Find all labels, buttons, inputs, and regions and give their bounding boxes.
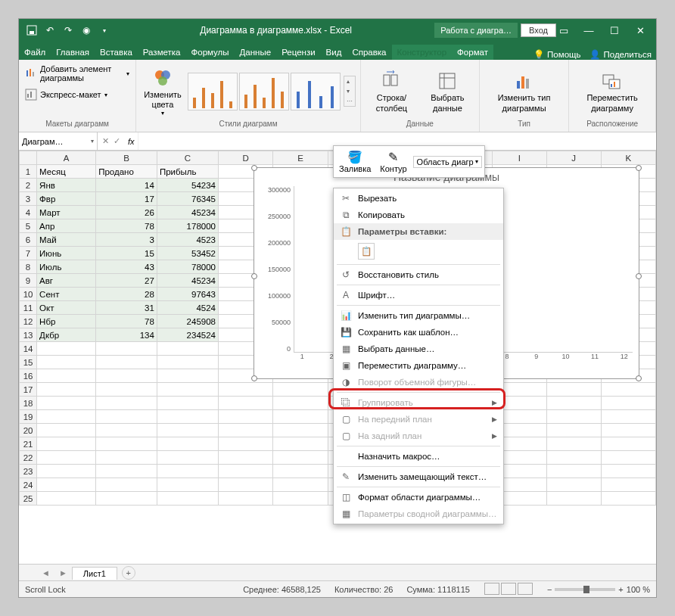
zoom-out-icon[interactable]: − (547, 585, 552, 594)
tab-home[interactable]: Главная (51, 45, 95, 60)
add-chart-element-button[interactable]: Добавить элемент диаграммы▾ (23, 63, 131, 84)
group-label-layouts: Макеты диаграмм (23, 120, 131, 130)
maximize-button[interactable]: ☐ (602, 19, 627, 42)
tab-formulas[interactable]: Формулы (186, 45, 235, 60)
menu-bring-front: ▢На передний план▶ (334, 411, 503, 428)
select-data-button[interactable]: Выбрать данные (421, 67, 474, 114)
cancel-icon[interactable]: ✕ (102, 136, 109, 146)
sheet-tab[interactable]: Лист1 (72, 567, 117, 580)
bulb-icon: 💡 (533, 49, 544, 60)
group-label-data: Данные (365, 120, 474, 130)
change-chart-type-button[interactable]: Изменить тип диаграммы (484, 67, 564, 114)
style-thumb[interactable] (239, 73, 289, 110)
gallery-up-icon[interactable]: ▴ (344, 76, 355, 86)
style-thumb[interactable] (188, 73, 238, 110)
quick-layout-icon (25, 89, 37, 101)
enter-icon[interactable]: ✓ (114, 136, 120, 146)
tab-layout[interactable]: Разметка (138, 45, 186, 60)
move-chart-ribbon-button[interactable]: Переместить диаграмму (574, 67, 651, 114)
sheet-nav-prev-icon[interactable]: ◄ (37, 568, 54, 577)
menu-group: ⿻Группировать▶ (334, 394, 503, 411)
fx-icon[interactable]: fx (125, 137, 138, 146)
menu-cut[interactable]: ✂Вырезать (334, 190, 503, 207)
menu-select-data[interactable]: ▦Выбрать данные… (334, 341, 503, 357)
cut-icon: ✂ (340, 192, 352, 204)
chart-context-label: Работа с диагра… (434, 23, 518, 38)
menu-paste-header: 📋Параметры вставки: (334, 223, 503, 240)
context-menu: ✂Вырезать ⧉Копировать 📋Параметры вставки… (333, 188, 504, 524)
tab-insert[interactable]: Вставка (95, 45, 138, 60)
group-label-styles: Стили диаграмм (141, 120, 356, 130)
quick-layout-button[interactable]: Экспресс-макет▾ (23, 87, 109, 102)
menu-pivot-options: ▦Параметры сводной диаграммы… (334, 506, 503, 522)
redo-icon[interactable]: ↷ (60, 22, 76, 39)
ribbon-options-icon[interactable]: ▭ (559, 25, 568, 36)
login-button[interactable]: Вход (521, 23, 556, 37)
chart-area-combo[interactable]: Область диагр▾ (413, 156, 482, 168)
fill-button[interactable]: 🪣Заливка (336, 148, 374, 175)
tab-format[interactable]: Формат (452, 45, 493, 60)
chart-y-axis: 300000250000200000150000100000500000 (260, 186, 294, 353)
group-icon: ⿻ (340, 397, 352, 409)
zoom-in-icon[interactable]: + (618, 585, 623, 594)
menu-move-chart[interactable]: ▣Переместить диаграмму… (334, 357, 503, 374)
menu-reset-style[interactable]: ↺Восстановить стиль (334, 266, 503, 283)
front-icon: ▢ (340, 413, 352, 425)
reset-icon: ↺ (340, 269, 352, 281)
chart-type-icon: 📊 (340, 310, 352, 322)
sheet-nav-next-icon[interactable]: ► (54, 568, 72, 577)
gallery-down-icon[interactable]: ▾ (344, 86, 355, 96)
add-sheet-button[interactable]: + (122, 566, 135, 580)
svg-rect-4 (33, 72, 34, 76)
qat-dropdown-icon[interactable]: ▾ (96, 22, 113, 39)
svg-point-10 (158, 76, 167, 86)
change-colors-button[interactable]: Изменить цвета▾ (141, 64, 185, 119)
menu-font[interactable]: AШрифт… (334, 287, 503, 303)
copy-icon: ⧉ (340, 209, 352, 221)
switch-rowcol-button[interactable]: Строка/ столбец (365, 67, 418, 114)
camera-icon[interactable]: ◉ (78, 22, 95, 39)
scroll-lock-indicator: Scroll Lock (25, 585, 66, 594)
zoom-slider[interactable] (555, 588, 615, 591)
tab-file[interactable]: Файл (19, 45, 51, 60)
move-chart-icon (600, 69, 624, 93)
paste-option-icon[interactable]: 📋 (358, 243, 375, 260)
fill-icon: 🪣 (347, 150, 362, 164)
status-average: Среднее: 46588,125 (243, 585, 321, 594)
format-icon: ◫ (340, 491, 352, 503)
menu-save-template[interactable]: 💾Сохранить как шаблон… (334, 324, 503, 341)
undo-icon[interactable]: ↶ (42, 22, 58, 39)
tab-help[interactable]: Справка (347, 45, 391, 60)
svg-rect-16 (517, 81, 520, 89)
view-switcher[interactable] (484, 583, 533, 596)
outline-button[interactable]: ✎Контур (377, 148, 409, 175)
close-button[interactable]: ✕ (627, 19, 653, 42)
svg-rect-3 (30, 69, 31, 76)
tell-me[interactable]: 💡Помощь (529, 49, 585, 60)
svg-rect-6 (27, 94, 29, 98)
menu-alt-text[interactable]: ✎Изменить замещающий текст… (334, 468, 503, 485)
menu-format-area[interactable]: ◫Формат области диаграммы… (334, 489, 503, 506)
minimize-button[interactable]: — (576, 19, 602, 42)
tab-design[interactable]: Конструктор (392, 45, 453, 60)
menu-change-type[interactable]: 📊Изменить тип диаграммы… (334, 307, 503, 324)
zoom-control[interactable]: − + 100 % (547, 585, 650, 594)
style-thumb[interactable] (291, 73, 341, 110)
add-element-icon (25, 67, 37, 79)
name-box[interactable]: Диаграм…▾ (19, 132, 98, 150)
svg-rect-7 (30, 92, 32, 98)
tab-review[interactable]: Рецензи (276, 45, 320, 60)
menu-copy[interactable]: ⧉Копировать (334, 207, 503, 223)
svg-rect-1 (30, 31, 34, 34)
chart-styles-gallery[interactable] (188, 73, 341, 110)
font-icon: A (340, 289, 352, 301)
svg-rect-11 (384, 75, 390, 86)
group-label-type: Тип (484, 120, 564, 130)
save-icon[interactable] (23, 22, 40, 39)
zoom-level[interactable]: 100 % (627, 585, 650, 594)
tab-view[interactable]: Вид (321, 45, 347, 60)
tab-data[interactable]: Данные (235, 45, 277, 60)
share-button[interactable]: 👤Поделиться (585, 49, 656, 60)
gallery-more-icon[interactable]: ⋯ (344, 96, 355, 106)
menu-assign-macro[interactable]: Назначить макрос… (334, 448, 503, 465)
